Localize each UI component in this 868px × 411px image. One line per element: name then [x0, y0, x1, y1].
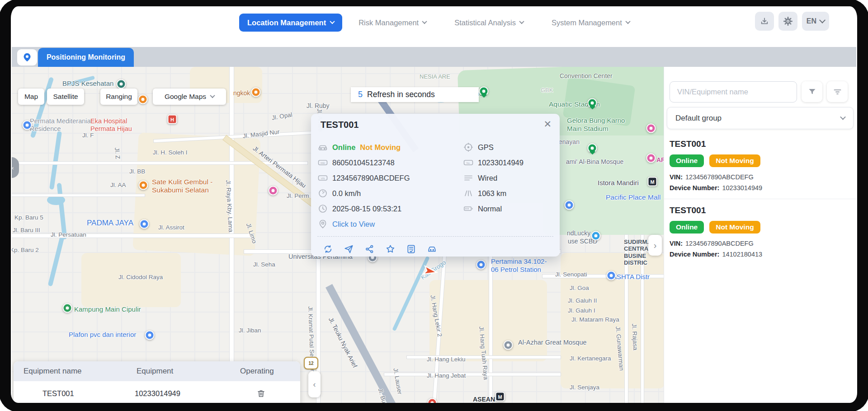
close-icon[interactable]: ✕ [543, 119, 552, 129]
report-icon[interactable] [405, 243, 417, 255]
power-wired-icon [463, 173, 474, 183]
map-label: Jl. Rajasa [630, 323, 639, 350]
map-label: Jl. Perm [287, 192, 309, 200]
map-marker[interactable] [476, 260, 486, 270]
speed-value: 0.0 km/h [332, 189, 361, 198]
nav-item[interactable]: Risk Management [359, 19, 426, 27]
vehicle-name: TEST001 [670, 206, 851, 215]
map-label: Pertamina 34.102- 06 Petrol Station [491, 257, 547, 273]
chevron-down-icon [422, 19, 427, 23]
vin-value: 1234567890ABCDEFG [332, 174, 410, 182]
map-label: Jl. F [82, 132, 94, 139]
map-label: Jl. Assirot [158, 224, 184, 231]
vehicle-position-arrow[interactable] [422, 265, 439, 278]
tab-positioning-monitoring[interactable]: Positioning Monitoring [38, 48, 134, 67]
sort-button[interactable] [827, 81, 848, 102]
mileage-value: 1063 km [478, 189, 506, 198]
map-canvas[interactable]: BPJS Kesehatan Permata Mediterania Resid… [12, 67, 664, 405]
map-label: Jl. Senjaya [570, 384, 599, 391]
map-marker[interactable]: M [648, 177, 657, 187]
settings-button[interactable] [778, 12, 797, 31]
clock-icon [317, 203, 328, 214]
map-marker[interactable] [646, 154, 656, 163]
map-marker[interactable]: M [495, 392, 505, 402]
map-district [429, 280, 547, 361]
map-marker[interactable] [428, 398, 437, 405]
map-label: Permata Mediterania Residence [30, 117, 91, 133]
map-label: Jl. Z [113, 147, 121, 159]
search-input[interactable] [670, 81, 797, 103]
map-label: BPJS Kesehatan [62, 79, 113, 88]
device-number-row: Device Number:10233014949 [670, 184, 851, 191]
status-not-moving: Not Moving [360, 143, 401, 152]
device-number-row: Device Number:14102180413 [670, 251, 851, 258]
map-label: Istora Mandiri [598, 179, 639, 187]
equipment-device-cell: 10233014949 [122, 389, 215, 398]
svg-text:VIN: VIN [321, 177, 325, 180]
map-marker[interactable] [269, 186, 278, 196]
map-type-map-button[interactable]: Map [18, 89, 44, 105]
chevron-down-icon [625, 19, 630, 23]
map-road [489, 253, 492, 405]
pin-tab-button[interactable] [17, 49, 37, 65]
table-row[interactable]: TEST001 10233014949 [14, 381, 300, 405]
map-marker[interactable] [479, 87, 489, 96]
right-panel-handle[interactable]: › [648, 235, 662, 256]
map-label: ngkok [233, 89, 250, 97]
mileage-icon [463, 188, 474, 199]
map-label: Al-Azhar Great Mosque [518, 339, 587, 346]
map-label: ART [656, 156, 664, 164]
send-command-icon[interactable] [343, 243, 354, 255]
map-marker[interactable] [145, 331, 155, 340]
location-pin-icon [23, 52, 32, 62]
map-label: Jl. Mataram Raya [571, 316, 619, 323]
sync-icon[interactable] [322, 243, 334, 255]
vehicle-list-item[interactable]: TEST001 Online Not Moving VIN:1234567890… [664, 135, 856, 198]
imei-icon: IMEI [317, 157, 328, 168]
speed-icon [317, 188, 328, 199]
map-marker[interactable] [251, 88, 261, 97]
chevron-down-icon [210, 93, 215, 98]
language-selector[interactable]: EN [802, 12, 829, 31]
group-select-value: Default group [675, 114, 722, 123]
map-type-satellite-button[interactable]: Satellite [47, 89, 84, 105]
map-marker[interactable] [139, 181, 148, 190]
group-select[interactable]: Default group [667, 107, 854, 129]
map-marker[interactable] [591, 231, 601, 241]
map-marker[interactable] [588, 98, 597, 108]
share-track-icon[interactable] [363, 243, 375, 255]
click-to-view-link[interactable]: Click to View [332, 220, 375, 229]
map-label: GBK [541, 87, 553, 93]
map-marker[interactable] [117, 79, 126, 89]
map-marker[interactable] [138, 95, 148, 104]
map-marker[interactable] [140, 220, 149, 229]
nav-item[interactable]: System Management [552, 19, 630, 27]
map-provider-select[interactable]: Google Maps [153, 89, 226, 105]
nav-item[interactable]: Statistical Analysis [454, 19, 524, 27]
table-collapse-handle[interactable]: ‹ [308, 371, 321, 397]
vehicle-info-icon[interactable] [426, 243, 438, 255]
map-marker[interactable] [504, 341, 513, 350]
filter-button[interactable] [802, 81, 822, 102]
map-marker[interactable] [588, 144, 597, 153]
battery-icon [463, 203, 474, 214]
map-road [12, 194, 145, 196]
map-marker[interactable]: H [168, 115, 177, 124]
nav-location-management[interactable]: Location Management [239, 14, 342, 32]
map-marker[interactable] [607, 271, 616, 280]
map-marker[interactable] [23, 121, 32, 130]
delete-icon[interactable] [256, 389, 266, 398]
device-number-icon: No. [463, 157, 474, 168]
vin-row: VIN:1234567890ABCDEFG [670, 173, 851, 181]
vehicle-list-item[interactable]: TEST001 Online Not Moving VIN:1234567890… [664, 199, 856, 264]
map-marker[interactable] [646, 124, 656, 133]
map-marker[interactable] [63, 304, 72, 313]
favorite-star-icon[interactable] [384, 243, 396, 255]
map-marker[interactable]: 12 [304, 357, 318, 369]
map-label: Jl. Persatuan [51, 231, 86, 238]
ranging-button[interactable]: Ranging [100, 89, 137, 105]
chevron-down-icon [840, 114, 846, 120]
map-label: Jl. Galuh I [568, 307, 595, 314]
map-marker[interactable] [565, 201, 574, 210]
download-button[interactable] [755, 12, 774, 31]
